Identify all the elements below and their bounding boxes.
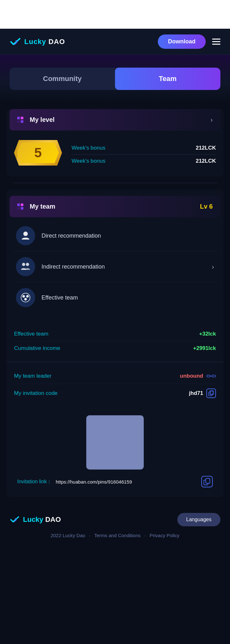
qr-area: Invitation link： https://huaban.com/pins… (6, 409, 224, 497)
download-button[interactable]: Download (158, 34, 206, 49)
bonus-row-1: Week's bonus 212LCK (72, 142, 216, 154)
invitation-code-label: My invitation code (14, 390, 57, 396)
badge-arrow (11, 146, 17, 159)
bind-icon[interactable] (206, 373, 216, 379)
languages-button[interactable]: Languages (177, 513, 220, 526)
invite-link-row: Invitation link： https://huaban.com/pins… (14, 476, 216, 487)
stat-row-cumulative: Cumulative income +2991lck (14, 341, 216, 355)
invitation-code-row: My invitation code jhd71 (14, 384, 216, 403)
team-item-indirect[interactable]: Indirect recommendation › (13, 251, 217, 282)
lv-badge: Lv 6 (200, 203, 213, 210)
team-leader-value: unbound (180, 373, 203, 379)
effective-team-icon (20, 292, 31, 303)
stats-area: Effective team +32lck Cumulative income … (6, 319, 224, 362)
indirect-recommendation-icon (20, 261, 31, 272)
my-team-section: My team Lv 6 Direct recommendation (6, 189, 224, 497)
privacy-link[interactable]: Privacy Policy (150, 533, 179, 538)
divider-1 (13, 183, 217, 183)
tab-team[interactable]: Team (115, 68, 220, 90)
svg-rect-12 (210, 391, 213, 394)
my-team-label: My team (30, 203, 55, 210)
footer-logo-icon (10, 516, 20, 523)
level-badge-area: 5 Week's bonus 212LCK Week's bonus 212LC… (6, 130, 224, 176)
footer: Lucky DAO Languages 2022 Lucky Dao · Ter… (0, 503, 230, 548)
bonus-label-1: Week's bonus (72, 145, 105, 151)
copy-link-button[interactable] (201, 476, 213, 487)
direct-recommendation-icon-wrap (16, 226, 35, 245)
svg-rect-7 (207, 375, 211, 377)
bonus-value-2: 212LCK (196, 158, 216, 164)
svg-point-4 (22, 295, 25, 298)
my-level-title: My level (17, 116, 55, 123)
footer-dot-1: · (89, 533, 90, 538)
my-level-header[interactable]: My level › (10, 109, 220, 130)
svg-rect-14 (206, 478, 210, 483)
hamburger-line-1 (212, 39, 220, 40)
px4 (21, 120, 23, 123)
svg-point-5 (26, 295, 29, 298)
bonus-info: Week's bonus 212LCK Week's bonus 212LCK (72, 142, 216, 167)
my-team-header: My team Lv 6 (10, 196, 220, 217)
badge-number: 5 (34, 146, 42, 159)
svg-point-0 (23, 232, 28, 236)
badge-inner: 5 (17, 143, 59, 163)
indirect-recommendation-chevron: › (212, 263, 214, 270)
invitation-code-value: jhd71 (189, 390, 203, 396)
logo-text: Lucky DAO (24, 38, 65, 46)
pixel-deco-level (17, 117, 23, 123)
logo: Lucky DAO (10, 37, 65, 46)
direct-recommendation-icon (20, 230, 31, 241)
tab-community[interactable]: Community (10, 68, 115, 90)
terms-link[interactable]: Terms and Conditions (94, 533, 141, 538)
invite-link-url: https://huaban.com/pins/916046159 (56, 479, 198, 485)
team-leader-value-wrap: unbound (180, 373, 216, 379)
direct-recommendation-label: Direct recommendation (42, 233, 214, 239)
hamburger-line-3 (212, 44, 220, 45)
hamburger-line-2 (212, 41, 220, 42)
team-list: Direct recommendation Indirect recommend… (6, 217, 224, 319)
indirect-recommendation-label: Indirect recommendation (42, 263, 205, 270)
px3 (17, 120, 20, 123)
my-level-label: My level (30, 116, 55, 123)
px2 (21, 117, 23, 119)
footer-bottom: 2022 Lucky Dao · Terms and Conditions · … (10, 533, 220, 538)
leader-area: My team leader unbound My invitation cod… (6, 362, 224, 409)
footer-logo: Lucky DAO (10, 515, 61, 524)
copyright-text: 2022 Lucky Dao (50, 533, 85, 538)
copy-code-button[interactable] (206, 389, 216, 398)
bonus-row-2: Week's bonus 212LCK (72, 154, 216, 167)
header: Lucky DAO Download (0, 29, 230, 55)
svg-point-2 (26, 263, 29, 266)
level-badge: 5 (14, 140, 62, 169)
team-leader-row: My team leader unbound (14, 368, 216, 384)
badge-shape: 5 (14, 140, 62, 166)
footer-logo-text: Lucky DAO (23, 515, 61, 524)
team-leader-label: My team leader (14, 373, 51, 379)
my-level-chevron: › (211, 116, 213, 123)
svg-point-3 (21, 293, 30, 302)
stat-row-effective: Effective team +32lck (14, 327, 216, 341)
footer-dot-2: · (144, 533, 146, 538)
my-level-section: My level › 5 Week's bonus 212LCK (6, 109, 224, 176)
my-team-title: My team (17, 203, 55, 210)
bonus-label-2: Week's bonus (72, 158, 105, 164)
effective-team-label: Effective team (42, 294, 214, 301)
effective-team-stat-label: Effective team (14, 331, 48, 337)
px7 (17, 207, 20, 210)
svg-point-6 (24, 298, 27, 300)
team-item-effective[interactable]: Effective team (13, 282, 217, 313)
effective-team-stat-value: +32lck (199, 331, 216, 337)
px1 (17, 117, 20, 119)
footer-top: Lucky DAO Languages (10, 513, 220, 526)
px8 (21, 207, 23, 210)
pixel-deco-team (17, 204, 23, 210)
bonus-value-1: 212LCK (196, 145, 216, 151)
cumulative-income-label: Cumulative income (14, 345, 60, 352)
cumulative-income-value: +2991lck (193, 345, 216, 352)
px6 (21, 204, 23, 206)
indirect-recommendation-icon-wrap (16, 257, 35, 276)
hamburger-menu[interactable] (212, 39, 220, 45)
invitation-code-value-wrap: jhd71 (189, 389, 216, 398)
team-item-direct[interactable]: Direct recommendation (13, 220, 217, 251)
logo-icon (10, 37, 21, 46)
